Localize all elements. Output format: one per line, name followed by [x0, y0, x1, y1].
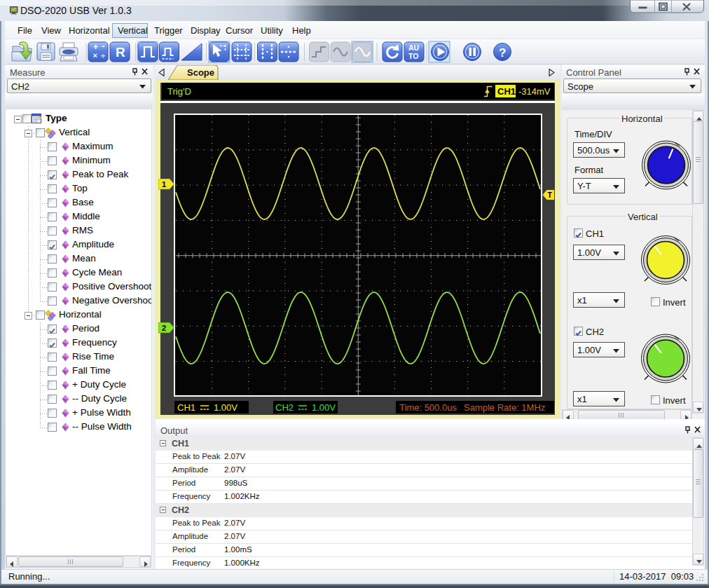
svg-text:+: + [93, 42, 98, 52]
svg-text:×: × [93, 51, 97, 60]
svg-text:AU: AU [408, 43, 419, 52]
svg-text:R: R [116, 45, 125, 60]
svg-text:-: - [102, 41, 104, 51]
svg-text:T: T [548, 191, 553, 199]
svg-text:1: 1 [162, 180, 166, 189]
svg-text:÷: ÷ [101, 51, 105, 60]
svg-text:?: ? [499, 46, 506, 60]
svg-text:TO: TO [408, 52, 418, 60]
svg-text:2: 2 [162, 324, 166, 332]
svg-text:Scope: Scope [187, 67, 214, 78]
